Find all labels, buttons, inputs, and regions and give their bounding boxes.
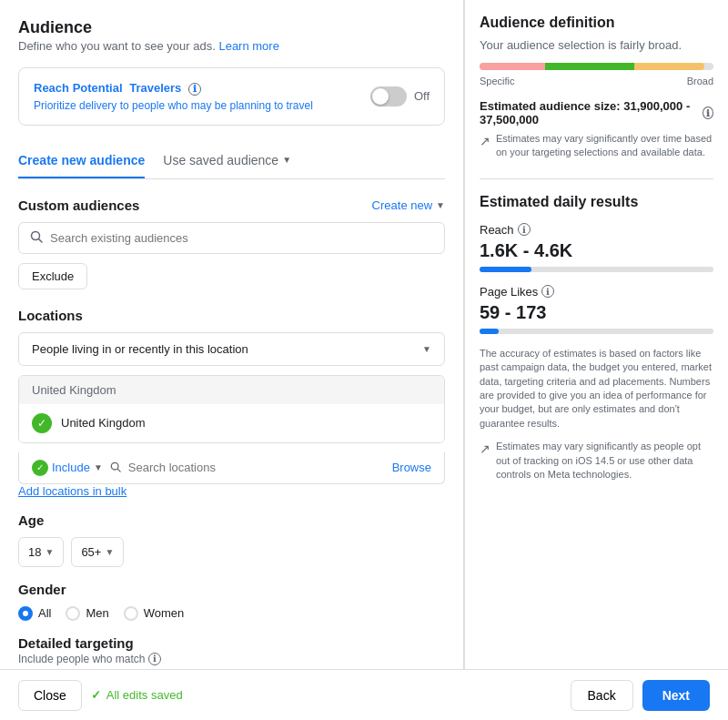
chevron-down-icon: ▼ xyxy=(282,155,291,165)
page-subtitle: Define who you want to see your ads. xyxy=(18,39,216,53)
gender-option-all[interactable]: All xyxy=(18,606,51,621)
chevron-down-icon: ▼ xyxy=(422,344,431,354)
search-locations-icon xyxy=(110,461,121,475)
gender-option-men[interactable]: Men xyxy=(66,606,108,621)
reach-title-prefix: Reach Potential xyxy=(34,81,123,95)
gender-section: Gender All Men Women xyxy=(18,582,445,621)
custom-audience-search-box xyxy=(18,222,445,254)
locations-section: Locations People living in or recently i… xyxy=(18,308,445,498)
reach-potential-box: Reach Potential Travelers ℹ Prioritize d… xyxy=(18,67,445,126)
chevron-down-icon: ▼ xyxy=(45,547,54,557)
search-icon xyxy=(30,230,43,246)
tab-use-saved[interactable]: Use saved audience ▼ xyxy=(163,144,291,178)
svg-line-3 xyxy=(117,469,120,472)
reach-label: Reach xyxy=(480,223,514,237)
page-likes-info-icon: ℹ xyxy=(541,285,554,298)
audience-definition-title: Audience definition xyxy=(480,15,713,31)
location-item: ✓ United Kingdom xyxy=(19,404,444,442)
close-button[interactable]: Close xyxy=(18,680,82,711)
broad-label: Broad xyxy=(687,76,713,86)
back-button[interactable]: Back xyxy=(571,680,633,711)
specific-label: Specific xyxy=(480,76,515,86)
add-locations-bulk-link[interactable]: Add locations in bulk xyxy=(18,484,445,498)
reach-subtitle-prefix: Prioritize delivery to xyxy=(34,99,129,112)
ios-note: ↗ Estimates may vary significantly as pe… xyxy=(480,440,713,482)
reach-subtitle-suffix: who may be planning to travel xyxy=(167,99,312,112)
location-box: United Kingdom ✓ United Kingdom xyxy=(18,375,445,443)
location-pin-icon: ✓ xyxy=(32,413,52,433)
include-row: ✓ Include ▼ Browse xyxy=(18,452,445,484)
accuracy-note: The accuracy of estimates is based on fa… xyxy=(480,347,713,431)
reach-subtitle-highlight: people xyxy=(132,99,165,112)
detailed-targeting-label: Detailed targeting xyxy=(18,635,445,651)
detailed-sublabel-text: Include people who match xyxy=(18,653,145,665)
reach-value: 1.6K - 4.6K xyxy=(480,240,713,261)
audience-definition-subtitle: Your audience selection is fairly broad. xyxy=(480,38,713,52)
reach-toggle[interactable] xyxy=(370,86,407,106)
learn-more-link[interactable]: Learn more xyxy=(218,39,278,53)
chevron-down-icon: ▼ xyxy=(436,200,445,210)
detailed-targeting-section: Detailed targeting Include people who ma… xyxy=(18,635,445,670)
custom-audience-search-input[interactable] xyxy=(50,231,433,245)
reach-title-highlight: Travelers xyxy=(129,81,181,95)
spectrum-bar xyxy=(480,63,713,70)
audience-tabs: Create new audience Use saved audience ▼ xyxy=(18,144,445,179)
page-likes-metric: Page Likes ℹ 59 - 173 xyxy=(480,285,713,334)
estimate-note-text: Estimates may vary significantly over ti… xyxy=(496,132,713,160)
page-likes-label: Page Likes xyxy=(480,285,538,299)
reach-metric: Reach ℹ 1.6K - 4.6K xyxy=(480,223,713,272)
age-max-dropdown[interactable]: 65+ ▼ xyxy=(71,537,124,567)
custom-audiences-section: Custom audiences Create new ▼ xyxy=(18,198,445,308)
reach-info-icon: ℹ xyxy=(518,223,531,236)
location-region-header: United Kingdom xyxy=(19,376,444,404)
saved-status: ✓ All edits saved xyxy=(91,688,183,702)
gender-option-women[interactable]: Women xyxy=(124,606,185,621)
audience-size-label: Estimated audience size: 31,900,000 - 37… xyxy=(480,99,713,127)
estimated-daily-title: Estimated daily results xyxy=(480,194,713,210)
page-title: Audience xyxy=(18,18,445,37)
location-type-dropdown[interactable]: People living in or recently in this loc… xyxy=(18,332,445,366)
age-min-dropdown[interactable]: 18 ▼ xyxy=(18,537,64,567)
search-locations-input[interactable] xyxy=(128,461,385,474)
create-new-button[interactable]: Create new ▼ xyxy=(372,198,445,212)
chevron-down-icon: ▼ xyxy=(94,462,103,472)
chevron-down-icon: ▼ xyxy=(105,547,114,557)
age-label: Age xyxy=(18,512,445,528)
ios-trend-icon: ↗ xyxy=(480,441,490,459)
audience-size-info-icon: ℹ xyxy=(703,106,713,119)
footer: Close ✓ All edits saved Back Next xyxy=(0,669,728,720)
locations-label: Locations xyxy=(18,308,445,323)
include-dropdown[interactable]: ✓ Include ▼ xyxy=(32,460,103,476)
reach-info-icon: ℹ xyxy=(188,83,201,96)
page-likes-value: 59 - 173 xyxy=(480,302,713,323)
page-likes-bar-fill xyxy=(480,329,499,334)
check-icon: ✓ xyxy=(91,688,101,702)
toggle-off-label: Off xyxy=(414,89,430,103)
next-button[interactable]: Next xyxy=(642,680,710,711)
tab-create-new[interactable]: Create new audience xyxy=(18,144,145,178)
gender-label: Gender xyxy=(18,582,445,597)
info-icon: ℹ xyxy=(148,653,161,665)
age-section: Age 18 ▼ 65+ ▼ xyxy=(18,512,445,567)
reach-bar-fill xyxy=(480,267,531,272)
custom-audiences-label: Custom audiences xyxy=(18,198,139,213)
exclude-button[interactable]: Exclude xyxy=(18,263,87,289)
include-pin-icon: ✓ xyxy=(32,460,48,476)
svg-line-1 xyxy=(39,238,43,242)
browse-link[interactable]: Browse xyxy=(392,461,431,474)
trend-icon: ↗ xyxy=(480,133,490,151)
